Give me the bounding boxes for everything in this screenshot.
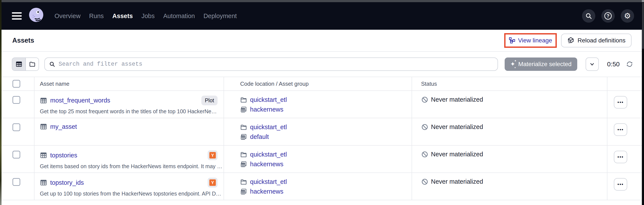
row-menu-button[interactable]: ••• xyxy=(614,96,627,108)
help-icon[interactable]: ? xyxy=(601,9,615,22)
row-menu-button[interactable]: ••• xyxy=(614,151,627,163)
asset-description: Get items based on story ids from the Ha… xyxy=(40,163,224,170)
lineage-graph-icon xyxy=(509,37,516,44)
nav-item-assets[interactable]: Assets xyxy=(112,12,133,20)
asset-description: Get the top 25 most frequent words in th… xyxy=(40,108,224,114)
header-actions: View lineage Reload definitions xyxy=(504,33,632,48)
folder-icon xyxy=(240,178,247,186)
sparkle-icon: ✦✦✦ xyxy=(510,61,515,67)
view-lineage-button[interactable]: View lineage xyxy=(504,33,557,48)
status-text: Never materialized xyxy=(431,124,483,130)
asset-name-link[interactable]: topstories xyxy=(50,152,77,159)
code-location-link[interactable]: quickstart_etl xyxy=(250,124,287,131)
table-header-row: Asset name Code location / Asset group S… xyxy=(2,77,642,91)
reload-cube-icon xyxy=(567,37,574,44)
row-menu-button[interactable]: ••• xyxy=(614,178,627,190)
asset-table-icon xyxy=(40,97,47,104)
hackernews-kind-badge: Y xyxy=(208,150,218,160)
status-text: Never materialized xyxy=(431,151,483,158)
folder-icon xyxy=(240,151,247,158)
top-nav: Overview Runs Assets Jobs Automation Dep… xyxy=(2,2,642,30)
asset-group-link[interactable]: hackernews xyxy=(250,161,284,168)
row-menu-button[interactable]: ••• xyxy=(614,124,627,136)
menu-hamburger-icon[interactable] xyxy=(12,12,22,20)
table-row: most_frequent_words Plot Get the top 25 … xyxy=(2,91,642,118)
asset-name-link[interactable]: topstory_ids xyxy=(50,179,84,186)
table-view-toggle[interactable] xyxy=(12,58,26,70)
status-text: Never materialized xyxy=(431,96,483,103)
screen: Overview Runs Assets Jobs Automation Dep… xyxy=(0,0,644,205)
assets-table: Asset name Code location / Asset group S… xyxy=(2,77,642,200)
nav-icon-buttons: ? ⚙ xyxy=(582,9,634,22)
scrollbar-thumb[interactable] xyxy=(642,2,644,49)
asset-group-icon xyxy=(240,161,247,168)
settings-gear-icon[interactable]: ⚙ xyxy=(621,9,634,22)
never-materialized-icon xyxy=(421,178,428,186)
never-materialized-icon xyxy=(421,151,428,158)
code-location-link[interactable]: quickstart_etl xyxy=(250,178,287,186)
folder-icon xyxy=(240,124,247,131)
materialize-selected-button[interactable]: ✦✦✦ Materialize selected xyxy=(505,58,577,71)
dagster-app: Overview Runs Assets Jobs Automation Dep… xyxy=(2,2,642,205)
search-magnifier-icon xyxy=(49,61,55,67)
column-header-asset-name: Asset name xyxy=(40,80,69,87)
assets-toolbar: ✦✦✦ Materialize selected 0:50 xyxy=(2,52,642,77)
materialize-dropdown-button[interactable] xyxy=(586,58,599,71)
table-row: topstory_ids Y Get up to 100 top stories… xyxy=(2,173,642,200)
view-toggle xyxy=(12,58,39,71)
refresh-countdown: 0:50 xyxy=(607,60,620,68)
select-all-checkbox[interactable] xyxy=(12,80,20,88)
chevron-down-icon xyxy=(589,61,595,67)
page-header: Assets View lineage xyxy=(2,30,642,52)
hackernews-kind-badge: Y xyxy=(208,178,218,188)
row-checkbox[interactable] xyxy=(12,178,20,186)
asset-rows: most_frequent_words Plot Get the top 25 … xyxy=(2,91,642,200)
nav-item-overview[interactable]: Overview xyxy=(54,12,80,20)
table-row: my_asset quickstart_etl xyxy=(2,118,642,146)
nav-item-automation[interactable]: Automation xyxy=(163,12,195,20)
page-title: Assets xyxy=(12,36,34,44)
materialize-selected-label: Materialize selected xyxy=(518,61,572,68)
asset-group-link[interactable]: default xyxy=(250,133,269,140)
column-header-status: Status xyxy=(421,80,437,87)
column-header-code-location: Code location / Asset group xyxy=(240,80,309,87)
asset-group-icon xyxy=(240,134,247,140)
reload-definitions-label: Reload definitions xyxy=(578,37,626,44)
asset-group-link[interactable]: hackernews xyxy=(250,188,284,195)
asset-table-icon xyxy=(40,179,47,186)
desktop-wallpaper-edge xyxy=(0,0,2,205)
code-location-link[interactable]: quickstart_etl xyxy=(250,96,287,103)
folder-view-toggle[interactable] xyxy=(26,58,38,70)
asset-table-icon xyxy=(40,123,47,130)
refresh-icon[interactable] xyxy=(626,60,633,68)
asset-group-icon xyxy=(240,188,247,195)
row-checkbox[interactable] xyxy=(12,96,20,104)
search-input[interactable] xyxy=(44,58,498,71)
never-materialized-icon xyxy=(421,96,428,103)
row-checkbox[interactable] xyxy=(12,151,20,158)
asset-name-link[interactable]: my_asset xyxy=(50,123,77,130)
status-text: Never materialized xyxy=(431,178,483,185)
asset-name-link[interactable]: most_frequent_words xyxy=(50,97,110,104)
search-wrap xyxy=(44,58,498,71)
row-checkbox[interactable] xyxy=(12,124,20,131)
window-top-strip xyxy=(0,0,644,2)
nav-links: Overview Runs Assets Jobs Automation Dep… xyxy=(54,12,237,20)
compute-kind-badge: Plot xyxy=(202,96,218,105)
reload-definitions-button[interactable]: Reload definitions xyxy=(561,34,632,47)
asset-description: Get up to 100 top stories from the Hacke… xyxy=(40,190,224,197)
never-materialized-icon xyxy=(421,124,428,131)
search-icon[interactable] xyxy=(582,9,595,22)
asset-group-icon xyxy=(240,106,247,113)
asset-group-link[interactable]: hackernews xyxy=(250,106,284,113)
scrollbar-cap xyxy=(642,0,644,2)
table-row: topstories Y Get items based on story id… xyxy=(2,146,642,173)
folder-icon xyxy=(240,96,247,103)
nav-item-jobs[interactable]: Jobs xyxy=(142,12,155,20)
page-scrollbar[interactable] xyxy=(642,2,644,205)
dagster-logo[interactable] xyxy=(27,7,46,25)
nav-item-deployment[interactable]: Deployment xyxy=(204,12,237,20)
nav-item-runs[interactable]: Runs xyxy=(89,12,104,20)
code-location-link[interactable]: quickstart_etl xyxy=(250,151,287,158)
view-lineage-label: View lineage xyxy=(518,37,552,44)
